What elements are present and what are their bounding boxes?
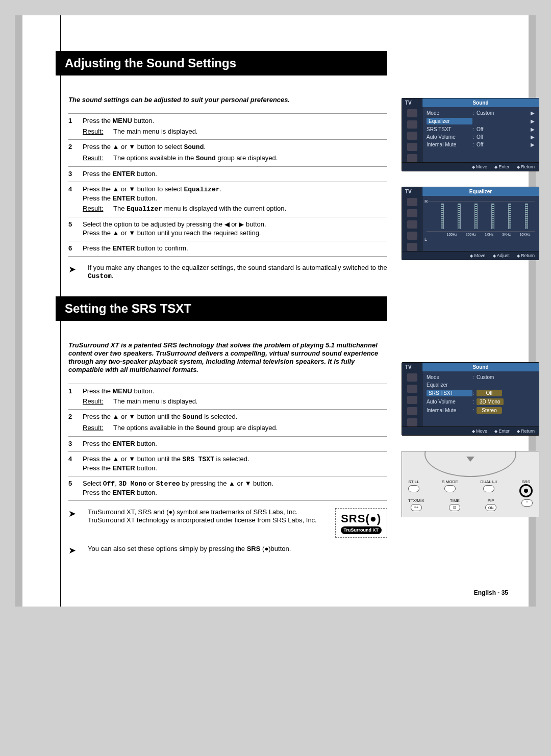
t: Press the ▲ or ▼ button until the [83,455,183,463]
osd-val: Custom [477,374,535,380]
remote-label: S.MODE [442,480,458,484]
step-body: Press the ▲ or ▼ button until the SRS TS… [83,455,387,473]
intro-srs: TruSurround XT is a patented SRS technol… [68,341,387,374]
t: menu is displayed with the current optio… [162,205,286,212]
t: ENTER [113,244,135,252]
step-num: 2 [68,143,83,163]
note-equalizer: ➤ If you make any changes to the equaliz… [68,264,387,281]
step-body: Press the ENTER button to confirm. [83,244,387,253]
note-arrow-icon: ➤ [68,508,82,538]
osd-hint: Enter [494,429,510,434]
t: Equalizer [184,186,219,193]
step-body: Press the MENU button. Result:The main m… [83,387,387,407]
eq-band: 1KHz [485,233,493,236]
section-title-srs: Setting the SRS TSXT [56,296,387,321]
note-arrow-icon: ➤ [68,264,82,281]
osd-category-icons [402,371,422,426]
osd-tv-label: TV [402,363,422,371]
remote-label: PIP [488,498,494,503]
step-num: 4 [68,185,83,214]
eq-l-label: L [424,237,427,242]
t: The main menu is displayed. [113,128,197,136]
eq-band: 10KHz [519,233,530,236]
t: Sound [183,413,203,421]
remote-icon: ON [485,504,496,511]
remote-label: TIME [450,498,460,503]
t: MENU [113,117,132,124]
osd-val: 3D Mono [477,398,504,405]
arrow-icon: ▶ [529,110,535,116]
osd-tv-label: TV [402,187,422,196]
t: group are displayed. [216,424,278,432]
osd-hint: Move [472,164,487,169]
t: . [220,185,222,193]
remote-label: SRS [522,480,530,484]
t: ENTER [113,489,135,496]
osd-hint: Move [470,253,485,258]
down-arrow-icon [466,457,474,462]
t: Select [83,480,103,487]
t: is selected. [203,413,238,420]
t: ENTER [113,170,135,178]
remote-icon: ⊡ [449,504,460,511]
t: The [113,205,127,212]
osd-srs-menu: TVSound Mode:Custom Equalizer SRS TSXT:O… [402,362,539,436]
t: button. [132,117,154,124]
note-srs-trademark: ➤ TruSurround XT, SRS and (●) symbol are… [68,508,387,538]
t: Custom [88,272,112,280]
osd-equalizer: TVEqualizer R L 100Hz300Hz1KHz3KHz10KHz … [402,187,539,260]
step-num: 5 [68,220,83,238]
step-num: 6 [68,244,83,253]
arrow-icon: ▶ [529,134,535,140]
t: The options available in the [113,154,196,162]
t: The main menu is displayed. [113,397,197,406]
t: ENTER [113,440,135,447]
t: button. [135,464,157,472]
t: Press the ▲ or ▼ button to select [83,185,184,193]
step-num: 1 [68,117,83,136]
right-column: TVSound Mode:Custom▶ Equalizer▶ SRS TSXT… [402,36,551,564]
osd-val: Off [477,390,502,396]
t: Stereo [156,480,180,488]
t: If you make any changes to the equalizer… [88,264,387,271]
t: . [112,272,114,280]
t: Sound [184,143,204,151]
step-num: 3 [68,440,83,448]
t: or [146,480,156,487]
step-body: Press the ▲ or ▼ button until the Sound … [83,413,387,433]
intro-sound: The sound settings can be adjusted to su… [68,96,387,104]
osd-val: Off [477,134,529,140]
osd-key: SRS TSXT [427,127,472,132]
t: group are displayed. [216,154,278,162]
t: The options available in the [113,424,196,432]
osd-key: Internal Mute [427,408,472,413]
step-num: 2 [68,413,83,433]
osd-hint: Adjust [493,253,510,258]
t: Press the ▲ or ▼ button until the [83,413,183,420]
t: MENU [113,387,132,395]
t: Press the [83,464,113,472]
osd-key: Equalizer [427,382,472,388]
left-column: Adjusting the Sound Settings The sound s… [58,36,387,564]
osd-title: Sound [422,98,539,107]
t: . [204,143,206,150]
remote-icon: ≡⌖ [411,504,422,511]
t: Sound [196,424,216,432]
section-title-sound: Adjusting the Sound Settings [56,51,387,75]
osd-key: Auto Volume [427,399,472,405]
osd-key: Mode [427,110,472,116]
osd-title: Equalizer [422,187,539,196]
t: Press the ▲ or ▼ button to select [83,143,184,150]
note-srs-button: ➤ You can also set these options simply … [68,545,387,557]
srs-logo-pill: TruSurround XT [341,526,382,534]
t: button. [135,194,157,202]
t: Press the [83,194,113,202]
t: ENTER [113,464,135,472]
osd-hint: Return [517,429,535,434]
step-num: 1 [68,387,83,407]
t: is selected. [214,455,249,463]
osd-title: Sound [422,363,539,371]
t: SRS [247,545,261,552]
remote-label: DUAL I-II [480,480,497,484]
t: by pressing the ▲ or ▼ button. [180,480,273,487]
